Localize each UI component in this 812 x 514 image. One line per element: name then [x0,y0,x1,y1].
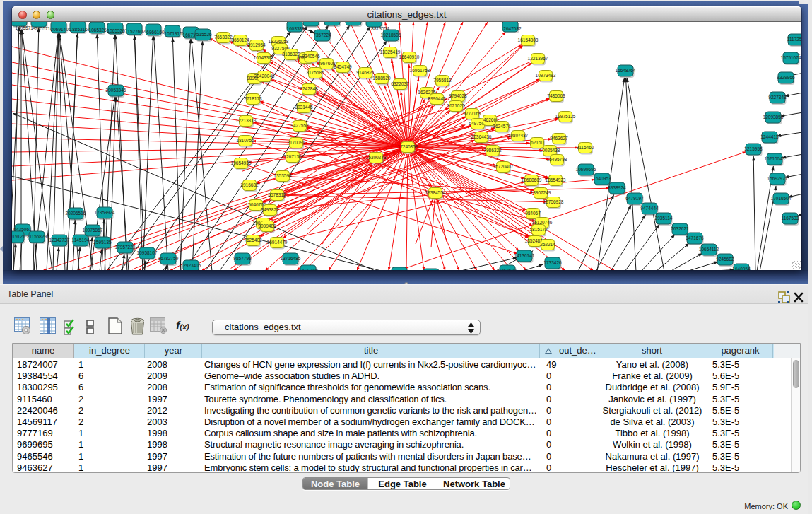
svg-text:62160: 62160 [531,140,543,145]
svg-text:16033809: 16033809 [287,26,307,31]
svg-text:10719155: 10719155 [165,31,185,36]
svg-text:16640910: 16640910 [399,54,420,59]
svg-text:9242848: 9242848 [300,86,318,91]
svg-text:7955812: 7955812 [433,78,452,83]
svg-text:20691406: 20691406 [51,27,71,32]
svg-text:1117252: 1117252 [787,37,801,42]
svg-text:3493822: 3493822 [261,207,279,212]
svg-text:252214: 252214 [540,242,555,247]
svg-text:7625402: 7625402 [244,238,262,243]
svg-text:7515526: 7515526 [194,32,212,37]
svg-text:12213967: 12213967 [528,56,548,61]
svg-text:9463628: 9463628 [498,268,517,270]
svg-text:9857791: 9857791 [233,256,252,261]
svg-text:10653267: 10653267 [89,28,110,33]
svg-text:9227343: 9227343 [768,95,787,100]
svg-text:1733426: 1733426 [543,260,562,265]
svg-text:16648764: 16648764 [616,68,636,73]
svg-text:7632621: 7632621 [671,226,689,231]
svg-text:3267130: 3267130 [283,154,302,159]
svg-text:2170091: 2170091 [287,140,305,145]
svg-text:1640953: 1640953 [593,176,611,181]
svg-text:16154808: 16154808 [518,37,539,42]
svg-text:16961758: 16961758 [410,68,430,73]
svg-text:16782759: 16782759 [158,256,179,261]
svg-text:8660124: 8660124 [231,37,249,42]
svg-text:12213313: 12213313 [236,118,257,123]
svg-text:10025438: 10025438 [540,148,560,153]
svg-text:15720407: 15720407 [493,164,514,169]
svg-text:1916682: 1916682 [240,182,259,187]
svg-text:1640954: 1640954 [732,267,751,270]
svg-text:10958107: 10958107 [137,250,158,255]
svg-text:8031445: 8031445 [295,105,313,110]
svg-text:10807487: 10807487 [508,133,529,138]
svg-text:9245682: 9245682 [716,257,734,262]
svg-text:10699695: 10699695 [576,167,596,172]
svg-text:19654935: 19654935 [231,160,252,165]
svg-text:2595135: 2595135 [93,240,112,245]
svg-text:1588520: 1588520 [372,76,391,81]
svg-text:18907249: 18907249 [531,190,551,195]
svg-text:15751074: 15751074 [781,55,801,60]
svg-text:19384554: 19384554 [425,190,446,195]
svg-text:3215958: 3215958 [744,146,763,151]
svg-text:9427552: 9427552 [290,123,309,128]
svg-text:984067: 984067 [525,211,541,216]
svg-text:9099489: 9099489 [258,223,276,228]
svg-text:8471676: 8471676 [686,235,704,240]
svg-text:16543362: 16543362 [254,55,274,60]
svg-text:3919121: 3919121 [12,234,25,239]
svg-text:8990443: 8990443 [428,96,446,101]
svg-text:7986322: 7986322 [483,148,502,153]
svg-text:3624574: 3624574 [493,124,511,129]
svg-text:19756928: 19756928 [543,199,564,204]
svg-text:1527602: 1527602 [127,29,146,34]
svg-text:46266: 46266 [483,117,496,122]
svg-text:10975867: 10975867 [83,228,103,233]
svg-text:15495798: 15495798 [547,157,567,162]
svg-text:1145194: 1145194 [72,238,90,243]
svg-text:14136141: 14136141 [514,253,535,258]
svg-text:2647682: 2647682 [503,26,522,31]
svg-text:8938924: 8938924 [608,185,626,190]
svg-text:9474444: 9474444 [640,206,659,211]
svg-text:6966160: 6966160 [146,30,165,35]
svg-text:7485063: 7485063 [547,93,565,98]
svg-text:18853167: 18853167 [70,27,90,32]
svg-text:6479197: 6479197 [625,196,644,201]
svg-text:19218506: 19218506 [381,33,401,37]
svg-text:2935114: 2935114 [655,216,673,221]
svg-text:12975125: 12975125 [555,114,576,119]
svg-text:10973493: 10973493 [536,73,556,78]
svg-text:1353594: 1353594 [273,173,292,178]
svg-text:9146821: 9146821 [356,70,375,75]
svg-text:16210643: 16210643 [765,156,785,161]
svg-text:2718173: 2718173 [244,96,262,101]
svg-text:9463627: 9463627 [550,136,568,141]
svg-text:8912954: 8912954 [247,42,266,47]
svg-text:12093858: 12093858 [763,115,784,119]
svg-text:10688609: 10688609 [522,177,542,182]
svg-text:17957223: 17957223 [115,245,136,250]
svg-text:6322037: 6322037 [391,81,409,86]
svg-text:9115460: 9115460 [577,145,594,150]
svg-text:17359924: 17359924 [95,210,115,215]
svg-text:1244415: 1244415 [760,134,779,139]
svg-text:1815172: 1815172 [529,227,548,232]
svg-text:10654112: 10654112 [699,247,719,252]
svg-text:1810755: 1810755 [236,138,254,143]
svg-text:3175685: 3175685 [306,70,324,75]
svg-text:29053346: 29053346 [106,88,126,93]
svg-text:13654923: 13654923 [546,177,566,182]
svg-text:12923405: 12923405 [181,263,201,268]
svg-text:5578312: 5578312 [268,192,286,197]
svg-text:2967608: 2967608 [317,61,336,66]
svg-text:15300273: 15300273 [366,155,387,160]
svg-text:7663822: 7663822 [214,35,233,40]
svg-text:7357224: 7357224 [313,33,331,37]
svg-text:13716485: 13716485 [281,256,301,261]
svg-text:1167533: 1167533 [782,216,799,221]
svg-text:16914479: 16914479 [267,240,288,245]
svg-text:12342737: 12342737 [49,238,70,243]
